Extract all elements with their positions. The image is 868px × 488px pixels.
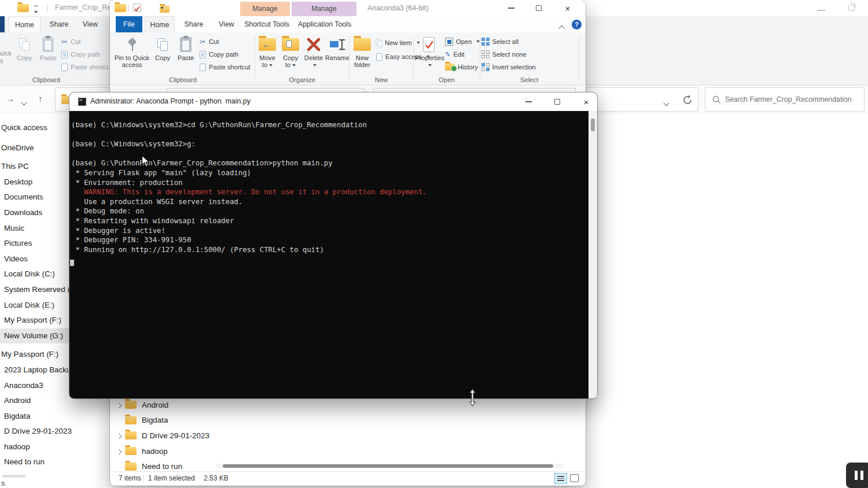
sidebar-item[interactable]: Quick access xyxy=(0,120,72,136)
paste-shortcut-button[interactable]: Paste shortcut xyxy=(200,61,251,73)
w2-tab-home[interactable]: Home xyxy=(145,16,175,32)
sidebar-item[interactable]: OneDrive xyxy=(0,141,72,156)
w1-tab-view[interactable]: View xyxy=(76,16,104,32)
open-button[interactable]: Open xyxy=(445,36,480,47)
w1-tab-home[interactable]: Home xyxy=(9,16,41,32)
sidebar-item[interactable]: My Passport (F:) xyxy=(0,347,72,363)
ribbon-collapse-icon[interactable] xyxy=(560,22,565,32)
tree-item[interactable]: hadoop xyxy=(110,443,217,459)
sidebar-item[interactable]: Bigdata xyxy=(0,409,72,424)
nav-history-chevron-icon[interactable] xyxy=(22,97,26,107)
rename-button[interactable]: Rename xyxy=(325,35,350,61)
tree-item[interactable]: Bigdata xyxy=(110,413,217,428)
move-to-button[interactable]: ← Moveto xyxy=(256,35,278,68)
sidebar-item[interactable]: Pictures xyxy=(0,236,72,252)
w2-tab-share[interactable]: Share xyxy=(178,16,209,32)
sidebar-item[interactable]: Need to run xyxy=(0,454,72,470)
new-folder-button[interactable]: Newfolder xyxy=(351,35,374,68)
edit-icon: ✎ xyxy=(445,51,450,58)
edit-button[interactable]: ✎ Edit xyxy=(445,49,465,60)
w1-restore-button[interactable] xyxy=(848,5,855,11)
w1-paste-shortcut-button[interactable]: Paste shortcut xyxy=(61,61,112,73)
horizontal-scrollbar[interactable] xyxy=(216,464,564,468)
folder-icon xyxy=(125,463,137,471)
up-icon[interactable]: ↑ xyxy=(38,94,43,103)
tree-item[interactable]: Android xyxy=(110,397,217,413)
copy-path-button[interactable]: Copy path xyxy=(200,49,238,60)
w1-paste-button[interactable]: Paste xyxy=(38,35,58,61)
w1-minimize-button[interactable] xyxy=(817,10,825,11)
w2-minimize-button[interactable] xyxy=(501,0,521,16)
w1-tab-file[interactable] xyxy=(0,16,5,32)
copy-to-button[interactable]: Copyto xyxy=(279,35,301,68)
manage-application-tools-header[interactable]: Manage xyxy=(292,2,356,16)
sidebar-item[interactable]: System Reserved (D xyxy=(0,282,72,298)
pin-to-quick-access-button[interactable]: Pin to Quickaccess xyxy=(114,35,150,68)
terminal-scrollbar-thumb[interactable] xyxy=(591,119,595,131)
properties-button[interactable]: Properties xyxy=(415,35,443,68)
refresh-icon[interactable] xyxy=(682,94,693,106)
tree-expand-chevron-icon[interactable] xyxy=(117,431,124,440)
terminal-maximize-button[interactable] xyxy=(547,94,567,110)
w1-search-box[interactable]: Search Farmer_Crop_Recommendation xyxy=(705,87,865,112)
w2-tab-shortcut-tools[interactable]: Shortcut Tools xyxy=(241,16,292,32)
sidebar-item[interactable]: New Volume (G:) xyxy=(0,328,72,344)
w2-tab-file[interactable]: File xyxy=(116,16,142,32)
w2-tab-view[interactable]: View xyxy=(213,16,240,32)
pause-icon xyxy=(855,471,858,480)
sidebar-item[interactable]: My Passport (F:) xyxy=(0,313,72,328)
invert-selection-button[interactable]: Invert selection xyxy=(481,61,536,73)
sidebar-item[interactable]: Documents xyxy=(0,190,72,205)
tree-expand-chevron-icon[interactable] xyxy=(117,401,124,409)
video-pause-overlay[interactable] xyxy=(846,463,868,488)
sidebar-item[interactable]: Videos xyxy=(0,252,72,267)
w1-copy-path-button[interactable]: Copy path xyxy=(61,49,100,60)
tree-item[interactable]: D Drive 29-01-2023 xyxy=(110,428,217,443)
delete-button[interactable]: Delete xyxy=(303,35,325,68)
w1-cut-button[interactable]: ✂Cut xyxy=(61,36,80,47)
terminal-minimize-button[interactable] xyxy=(518,94,538,110)
manage-shortcut-tools-header[interactable]: Manage xyxy=(240,2,290,16)
forward-icon[interactable]: → xyxy=(6,94,14,103)
sidebar-item[interactable]: Downloads xyxy=(0,205,72,221)
select-none-button[interactable]: Select none xyxy=(481,49,527,60)
sidebar-item[interactable]: Local Disk (C:) xyxy=(0,267,72,282)
sidebar-item[interactable]: D Drive 29-01-2023 xyxy=(0,424,72,439)
sidebar-item[interactable]: Local Disk (E:) xyxy=(0,298,72,313)
terminal-scrollbar[interactable] xyxy=(589,111,597,398)
folder-icon xyxy=(125,401,137,409)
w1-copy-button[interactable]: Copy xyxy=(14,35,34,61)
qat-customize-chevron-icon[interactable] xyxy=(160,7,164,9)
select-group: Select all Select none Invert selection … xyxy=(481,34,577,84)
icons-view-button[interactable] xyxy=(570,474,579,482)
w2-maximize-button[interactable] xyxy=(529,0,549,16)
w2-close-button[interactable]: × xyxy=(558,0,578,16)
help-icon[interactable]: ? xyxy=(572,20,582,29)
copy-icon xyxy=(14,35,34,54)
sidebar-item[interactable]: Anaconda3 xyxy=(0,378,72,394)
sidebar-item[interactable]: hadoop xyxy=(0,439,72,455)
qat-checkbox-icon[interactable] xyxy=(133,3,141,12)
cut-button[interactable]: ✂Cut xyxy=(200,36,219,47)
history-button[interactable]: History xyxy=(445,61,478,73)
sidebar-item[interactable]: Music xyxy=(0,221,72,236)
tree-expand-chevron-icon[interactable] xyxy=(117,447,124,456)
address-dropdown-icon[interactable] xyxy=(664,97,668,108)
w2-window-folder-icon xyxy=(115,4,126,12)
w2-tab-application-tools[interactable]: Application Tools xyxy=(294,16,355,32)
w1-qat-customize-icon[interactable] xyxy=(34,6,38,17)
terminal-close-button[interactable]: × xyxy=(576,94,596,110)
details-view-button[interactable] xyxy=(554,473,567,484)
sidebar-item[interactable]: This PC xyxy=(0,159,72,175)
terminal-line: * Debug mode: on xyxy=(71,206,426,216)
copy-button[interactable]: Copy xyxy=(152,35,173,61)
select-all-button[interactable]: Select all xyxy=(481,36,518,47)
w1-tab-share[interactable]: Share xyxy=(44,16,74,32)
tree-item-label: Android xyxy=(142,401,168,409)
sidebar-item[interactable]: Android xyxy=(0,393,72,409)
sidebar-item[interactable]: 2023 Laptop Backup xyxy=(0,363,72,378)
sidebar-item[interactable]: Desktop xyxy=(0,175,72,190)
horizontal-scrollbar-thumb[interactable] xyxy=(223,464,553,468)
tree-item-label: Need to run xyxy=(142,462,182,471)
paste-button[interactable]: Paste xyxy=(175,35,196,61)
